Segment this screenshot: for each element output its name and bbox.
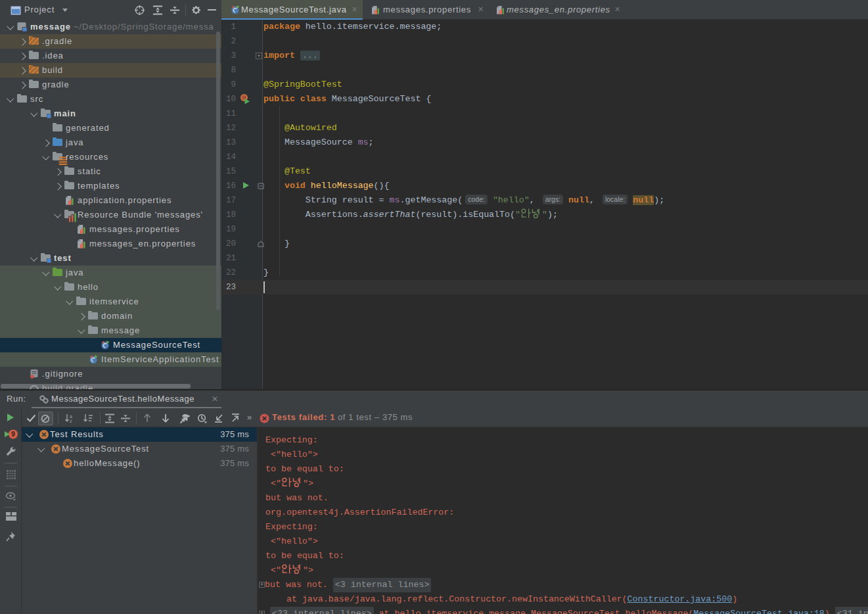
svg-text:9: 9 [11,430,15,438]
svg-text:z: z [70,419,72,423]
svg-text:a: a [70,414,72,419]
